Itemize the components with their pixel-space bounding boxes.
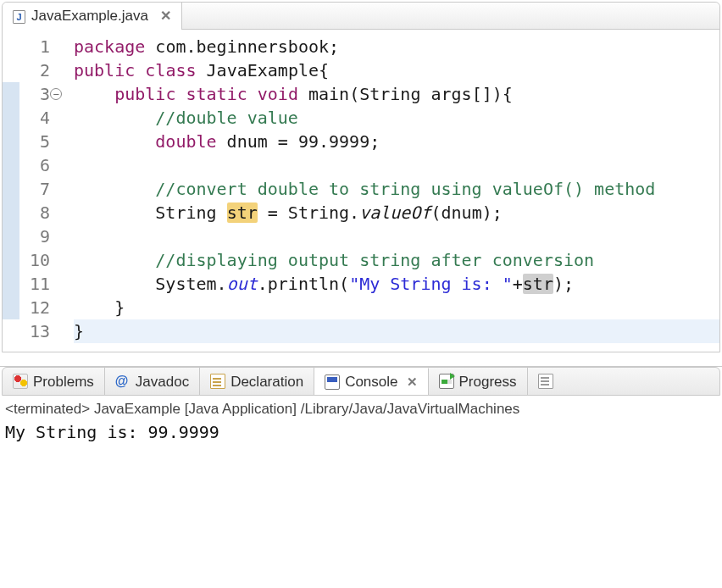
code-line[interactable]: String str = String.valueOf(dnum); (74, 201, 719, 225)
views-tab-bar: Problems Javadoc Declaration Console ✕ P… (2, 367, 720, 396)
change-bar-cell (3, 153, 19, 177)
change-bar-cell (3, 35, 19, 58)
declaration-icon (210, 374, 225, 389)
fold-column-cell (57, 58, 74, 82)
tab-problems[interactable]: Problems (3, 368, 105, 395)
editor-panel: JavaExample.java ✕ 123−45678910111213 pa… (2, 2, 720, 352)
fold-column-cell (57, 272, 74, 296)
console-status: <terminated> JavaExample [Java Applicati… (5, 399, 717, 419)
line-number[interactable]: 8 (19, 201, 50, 225)
change-bar-cell (3, 58, 19, 82)
fold-toggle-icon[interactable]: − (50, 88, 62, 100)
change-bar-cell (3, 296, 19, 319)
javadoc-icon (115, 374, 131, 389)
change-bar-cell (3, 201, 19, 225)
line-number[interactable]: 9 (19, 225, 50, 248)
editor-tab-bar: JavaExample.java ✕ (3, 3, 719, 30)
fold-column-cell (57, 296, 74, 319)
fold-column-cell (57, 177, 74, 201)
fold-column-cell (57, 153, 74, 177)
line-number[interactable]: 1 (19, 35, 50, 58)
tab-declaration[interactable]: Declaration (200, 368, 314, 395)
line-number-gutter[interactable]: 123−45678910111213 (19, 35, 57, 343)
line-number[interactable]: 11 (19, 272, 50, 296)
code-text[interactable]: package com.beginnersbook;public class J… (74, 35, 719, 343)
fold-column-cell (57, 319, 74, 343)
code-area[interactable]: 123−45678910111213 package com.beginners… (3, 30, 719, 352)
line-number[interactable]: 6 (19, 153, 50, 177)
change-bar-cell (3, 319, 19, 343)
fold-column-cell (57, 201, 74, 225)
code-line[interactable]: } (74, 296, 719, 319)
line-number[interactable]: 4 (19, 106, 50, 130)
tab-label: Console (345, 374, 397, 389)
change-bar-cell (3, 82, 19, 106)
java-file-icon (11, 8, 25, 24)
change-bar-cell (3, 248, 19, 272)
change-bar-cell (3, 177, 19, 201)
line-number[interactable]: 2 (19, 58, 50, 82)
line-number[interactable]: 13 (19, 319, 50, 343)
line-number[interactable]: 7 (19, 177, 50, 201)
code-line[interactable] (74, 153, 719, 177)
fold-column-cell (57, 225, 74, 248)
editor-tab-javaexample[interactable]: JavaExample.java ✕ (3, 3, 182, 30)
code-line[interactable]: public static void main(String args[]){ (74, 82, 719, 106)
tab-console[interactable]: Console ✕ (314, 368, 428, 395)
tab-javadoc[interactable]: Javadoc (105, 368, 200, 395)
change-bar-cell (3, 130, 19, 153)
code-line[interactable]: package com.beginnersbook; (74, 35, 719, 58)
code-line[interactable]: } (74, 319, 719, 343)
change-bar (3, 35, 19, 343)
change-bar-cell (3, 225, 19, 248)
fold-column-cell (57, 130, 74, 153)
fold-column-cell (57, 35, 74, 58)
tab-overflow[interactable] (528, 368, 564, 395)
progress-icon (439, 374, 454, 389)
editor-tab-label: JavaExample.java (31, 8, 148, 23)
line-number[interactable]: 3− (19, 82, 50, 106)
line-number[interactable]: 5 (19, 130, 50, 153)
code-line[interactable]: public class JavaExample{ (74, 58, 719, 82)
console-icon (325, 374, 340, 390)
tab-label: Progress (459, 374, 517, 389)
fold-column[interactable] (57, 35, 74, 343)
line-number[interactable]: 10 (19, 248, 50, 272)
fold-column-cell (57, 248, 74, 272)
problems-icon (13, 374, 28, 389)
close-icon[interactable]: ✕ (160, 9, 171, 23)
overflow-icon (538, 374, 553, 389)
tab-label: Declaration (230, 374, 303, 389)
bottom-panel: Problems Javadoc Declaration Console ✕ P… (0, 366, 722, 443)
code-line[interactable]: //double value (74, 106, 719, 130)
console-body: <terminated> JavaExample [Java Applicati… (0, 396, 722, 443)
console-output[interactable]: My String is: 99.9999 (5, 419, 717, 443)
fold-column-cell (57, 106, 74, 130)
change-bar-cell (3, 106, 19, 130)
tab-label: Javadoc (136, 374, 189, 389)
code-line[interactable]: System.out.println("My String is: "+str)… (74, 272, 719, 296)
code-line[interactable]: //displaying output string after convers… (74, 248, 719, 272)
code-line[interactable] (74, 225, 719, 248)
tab-progress[interactable]: Progress (429, 368, 528, 395)
line-number[interactable]: 12 (19, 296, 50, 319)
code-line[interactable]: //convert double to string using valueOf… (74, 177, 719, 201)
tab-label: Problems (33, 374, 94, 389)
close-icon[interactable]: ✕ (407, 375, 418, 388)
code-line[interactable]: double dnum = 99.9999; (74, 130, 719, 153)
change-bar-cell (3, 272, 19, 296)
